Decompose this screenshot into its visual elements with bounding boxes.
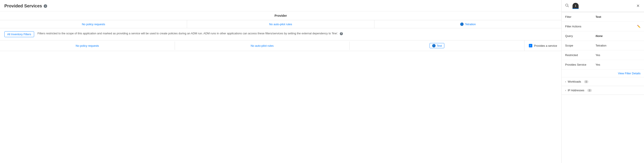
- test-badge-icon: 🔵: [432, 44, 436, 48]
- right-panel: i ✕ Filter Test Filter Actions ✏️ Query …: [562, 0, 644, 163]
- ip-addresses-label: IP Addresses: [568, 89, 584, 92]
- workloads-section: › Workloads 0: [562, 77, 644, 86]
- filter-detail-row: Filter Test: [562, 12, 644, 22]
- filter-info-row: All Inventory Filters Filters restricted…: [0, 28, 562, 40]
- ip-addresses-chevron-icon: ›: [565, 89, 566, 92]
- view-filter-details-link[interactable]: View Filter Details: [618, 72, 640, 75]
- cell-test[interactable]: 🔵 Test: [350, 40, 524, 51]
- restricted-value: Yes: [596, 54, 640, 57]
- filter-actions-label: Filter Actions: [565, 25, 596, 28]
- panel-body: Filter Test Filter Actions ✏️ Query None…: [562, 12, 644, 163]
- query-value: None: [596, 34, 640, 38]
- provider-header: Provider: [0, 11, 562, 20]
- query-label: Query: [565, 34, 596, 38]
- provides-service-checkbox[interactable]: ✓: [529, 44, 532, 48]
- data-row: No policy requests No auto-pilot rules 🔵…: [0, 40, 562, 51]
- provides-service-cell: ✓ Provides a service: [524, 41, 562, 50]
- filter-actions-detail-row: Filter Actions ✏️: [562, 22, 644, 31]
- page-info-icon[interactable]: i: [44, 4, 47, 8]
- workloads-count: 0: [584, 80, 588, 83]
- all-inventory-filters-button[interactable]: All Inventory Filters: [4, 31, 34, 37]
- panel-toolbar-left: i: [565, 3, 578, 9]
- scope-detail-row: Scope Tetration: [562, 41, 644, 50]
- restricted-detail-row: Restricted Yes: [562, 50, 644, 60]
- header-tetration[interactable]: 🔵 Tetration: [374, 20, 562, 28]
- scope-value: Tetration: [596, 44, 640, 47]
- svg-line-1: [568, 6, 569, 7]
- header-no-policy-requests[interactable]: No policy requests: [0, 20, 187, 28]
- filter-label: Filter: [565, 15, 596, 18]
- filter-help-icon[interactable]: ?: [340, 32, 343, 35]
- table-header-row: No policy requests No auto-pilot rules 🔵…: [0, 20, 562, 28]
- view-filter-link-row: View Filter Details: [562, 70, 644, 77]
- provides-service-value: Yes: [596, 63, 640, 66]
- provider-section: Provider No policy requests No auto-pilo…: [0, 11, 562, 51]
- panel-info-button[interactable]: i: [572, 3, 578, 9]
- filter-value: Test: [596, 15, 640, 18]
- panel-close-button[interactable]: ✕: [636, 2, 640, 9]
- ip-addresses-section: › IP Addresses 0: [562, 86, 644, 95]
- ip-addresses-header[interactable]: › IP Addresses 0: [562, 86, 644, 94]
- page-header: Provided Services i: [0, 0, 562, 11]
- test-badge[interactable]: 🔵 Test: [430, 43, 444, 48]
- workloads-chevron-icon: ›: [565, 80, 566, 83]
- provides-service-detail-row: Provides Service Yes: [562, 60, 644, 70]
- workloads-header[interactable]: › Workloads 0: [562, 77, 644, 86]
- cell-no-auto-pilot-rules[interactable]: No auto-pilot rules: [175, 42, 350, 50]
- tetration-icon: 🔵: [460, 22, 464, 26]
- workloads-label: Workloads: [568, 80, 581, 83]
- scope-label: Scope: [565, 44, 596, 47]
- restricted-label: Restricted: [565, 54, 596, 57]
- page-title: Provided Services: [4, 4, 42, 8]
- cell-no-policy-requests[interactable]: No policy requests: [0, 42, 175, 50]
- panel-search-icon[interactable]: [565, 4, 569, 8]
- header-no-auto-pilot-rules[interactable]: No auto-pilot rules: [187, 20, 374, 28]
- filter-actions-edit-icon[interactable]: ✏️: [637, 25, 640, 28]
- ip-addresses-count: 0: [587, 89, 592, 92]
- provides-service-label: Provides Service: [565, 63, 596, 66]
- panel-toolbar: i ✕: [562, 0, 644, 12]
- query-detail-row: Query None: [562, 31, 644, 41]
- filter-description: Filters restricted to the scope of this …: [38, 31, 343, 36]
